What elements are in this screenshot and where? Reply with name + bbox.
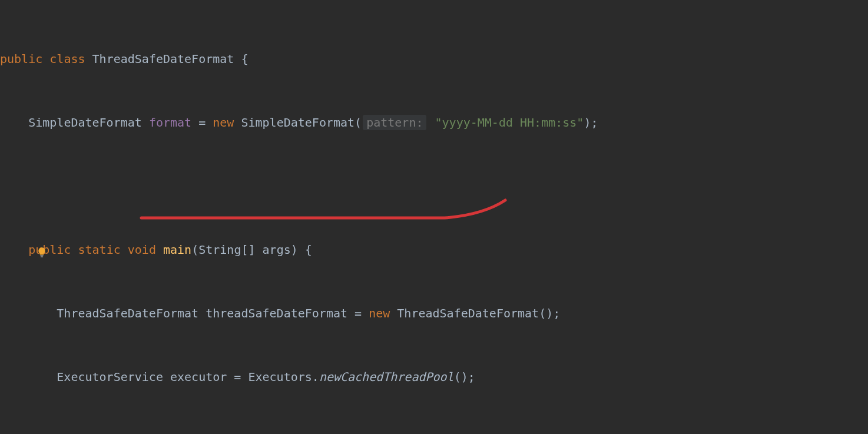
code-line[interactable] <box>0 175 868 197</box>
code-line[interactable]: SimpleDateFormat format = new SimpleDate… <box>0 112 868 133</box>
class-name: ThreadSafeDateFormat <box>92 52 241 66</box>
string-literal: "yyyy-MM-dd HH:mm:ss" <box>435 115 584 130</box>
code-editor[interactable]: public class ThreadSafeDateFormat { Simp… <box>0 0 868 434</box>
code-line[interactable]: public static void main(String[] args) { <box>0 239 868 260</box>
param-hint: pattern: <box>363 115 426 130</box>
code-line[interactable]: ExecutorService executor = Executors.new… <box>0 366 868 387</box>
keyword: void <box>128 243 163 257</box>
keyword: public <box>0 52 49 66</box>
field: format <box>149 115 198 130</box>
code-line[interactable]: public class ThreadSafeDateFormat { <box>0 48 868 69</box>
keyword: new <box>213 115 241 130</box>
static-method: newCachedThreadPool <box>319 370 454 384</box>
brace: { <box>241 52 248 66</box>
lightbulb-icon[interactable] <box>8 221 19 232</box>
keyword: new <box>369 306 397 320</box>
svg-rect-1 <box>41 256 44 257</box>
code-line[interactable]: ThreadSafeDateFormat threadSafeDateForma… <box>0 303 868 324</box>
code-line[interactable]: for (int i = 0; i < 1000; i++) { <box>0 430 868 434</box>
keyword: class <box>49 52 92 66</box>
method-name: main <box>163 243 191 257</box>
keyword: static <box>78 243 127 257</box>
svg-rect-0 <box>40 256 44 256</box>
code-area[interactable]: public class ThreadSafeDateFormat { Simp… <box>0 6 868 434</box>
type: SimpleDateFormat <box>28 115 149 130</box>
